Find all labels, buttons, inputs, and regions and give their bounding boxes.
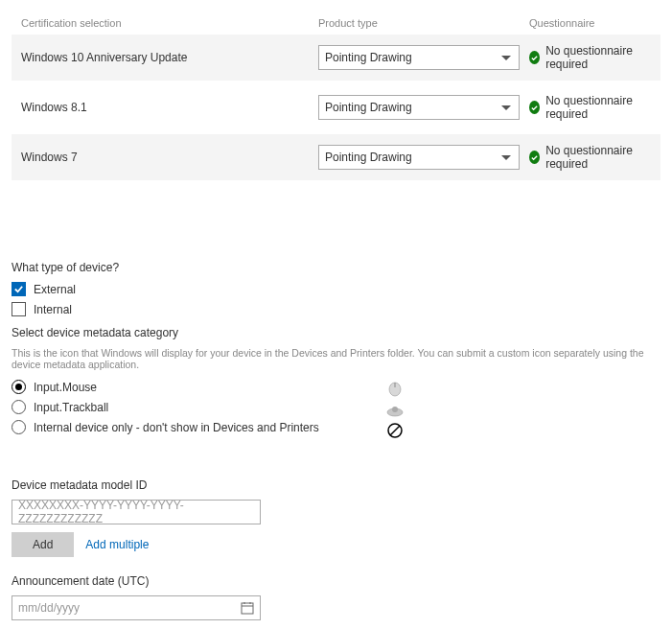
- metadata-options: Input.Mouse Input.Trackball Internal dev…: [12, 380, 660, 434]
- model-id-input[interactable]: XXXXXXXX-YYYY-YYYY-YYYY-ZZZZZZZZZZZZ: [12, 500, 261, 524]
- cert-table-header: Certification selection Product type Que…: [12, 12, 660, 35]
- external-checkbox[interactable]: [12, 282, 26, 296]
- mouse-radio[interactable]: [12, 380, 26, 394]
- device-type-label: What type of device?: [12, 261, 660, 274]
- header-questionnaire: Questionnaire: [529, 17, 651, 29]
- product-type-select[interactable]: Pointing Drawing: [318, 45, 520, 70]
- cert-name: Windows 8.1: [21, 101, 318, 114]
- check-circle-icon: [529, 151, 540, 164]
- svg-line-5: [390, 426, 400, 435]
- model-id-add-button[interactable]: Add: [12, 532, 74, 557]
- cert-name: Windows 7: [21, 151, 318, 164]
- announcement-date-input[interactable]: mm/dd/yyyy: [12, 595, 261, 620]
- announcement-date-label: Announcement date (UTC): [12, 574, 660, 588]
- questionnaire-status: No questionnaire required: [545, 44, 651, 71]
- metadata-help-text: This is the icon that Windows will displ…: [12, 347, 660, 370]
- certification-table: Certification selection Product type Que…: [12, 12, 660, 180]
- trackball-label: Input.Trackball: [34, 401, 108, 414]
- table-row: Windows 7 Pointing Drawing No questionna…: [12, 134, 660, 180]
- internal-only-label: Internal device only - don't show in Dev…: [34, 421, 319, 434]
- trackball-icon: [385, 401, 405, 418]
- trackball-radio[interactable]: [12, 400, 26, 414]
- table-row: Windows 8.1 Pointing Drawing No question…: [12, 84, 660, 130]
- announcement-date-placeholder: mm/dd/yyyy: [18, 601, 80, 615]
- questionnaire-status: No questionnaire required: [545, 144, 651, 171]
- external-label: External: [34, 283, 76, 296]
- model-id-placeholder: XXXXXXXX-YYYY-YYYY-YYYY-ZZZZZZZZZZZZ: [18, 499, 254, 525]
- svg-rect-6: [242, 603, 253, 614]
- check-circle-icon: [529, 51, 540, 64]
- svg-point-3: [392, 407, 398, 412]
- mouse-icon: [385, 380, 405, 397]
- cert-name: Windows 10 Anniversary Update: [21, 51, 318, 64]
- product-type-value: Pointing Drawing: [325, 101, 412, 114]
- product-type-value: Pointing Drawing: [325, 151, 412, 164]
- no-sign-icon: [385, 422, 405, 439]
- internal-label: Internal: [34, 303, 72, 316]
- mouse-label: Input.Mouse: [34, 381, 97, 394]
- product-type-select[interactable]: Pointing Drawing: [318, 145, 520, 170]
- model-id-label: Device metadata model ID: [12, 478, 660, 492]
- product-type-select[interactable]: Pointing Drawing: [318, 95, 520, 120]
- product-type-value: Pointing Drawing: [325, 51, 412, 64]
- header-product-type: Product type: [318, 17, 529, 29]
- metadata-category-label: Select device metadata category: [12, 326, 660, 339]
- internal-only-radio[interactable]: [12, 420, 26, 434]
- internal-checkbox[interactable]: [12, 302, 26, 316]
- table-row: Windows 10 Anniversary Update Pointing D…: [12, 35, 660, 81]
- calendar-icon[interactable]: [241, 601, 254, 615]
- questionnaire-status: No questionnaire required: [545, 94, 651, 121]
- check-circle-icon: [529, 101, 540, 114]
- model-id-add-multiple-link[interactable]: Add multiple: [85, 538, 149, 551]
- header-certification: Certification selection: [21, 17, 318, 29]
